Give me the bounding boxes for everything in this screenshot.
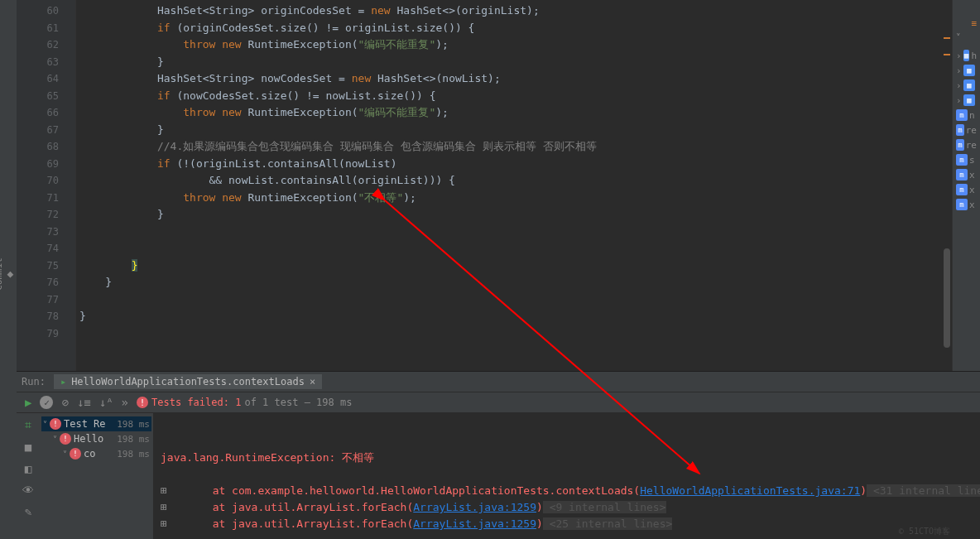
code-line[interactable]: [79, 240, 952, 257]
line-number: 79: [17, 325, 75, 343]
line-number: 73: [17, 224, 75, 241]
commit-icon[interactable]: ◆: [4, 267, 17, 280]
stop-icon[interactable]: ■: [25, 440, 31, 454]
scrollbar-thumb[interactable]: [944, 248, 950, 348]
line-number: 65: [17, 88, 75, 105]
code-line[interactable]: }: [79, 308, 952, 325]
rerun-icon[interactable]: ▶: [25, 396, 31, 409]
line-number: 61: [17, 20, 75, 37]
code-line[interactable]: [79, 291, 952, 309]
line-number: 64: [17, 70, 75, 88]
source-link[interactable]: ArrayList.java:1259: [413, 501, 536, 513]
test-tree-node[interactable]: ˅!co198 ms: [41, 446, 151, 461]
run-body: ⌗ ■ ◧ 👁 ✎ ˅!Test Re198 ms˅!Hello198 ms˅!…: [17, 413, 980, 539]
right-bar-item[interactable]: m x: [953, 197, 980, 212]
line-number: 66: [17, 104, 75, 122]
stack-trace-line: ⊞ at java.util.ArrayList.forEach(ArrayLi…: [161, 499, 973, 516]
pin-icon[interactable]: 👁: [22, 484, 34, 497]
code-line[interactable]: [79, 325, 952, 343]
code-area[interactable]: HashSet<String> originCodesSet = new Has…: [76, 0, 952, 371]
chevron-down-icon[interactable]: ˅: [953, 31, 980, 45]
right-bar-item[interactable]: m s: [953, 152, 980, 167]
code-line[interactable]: }: [79, 54, 952, 71]
source-link[interactable]: HelloWorldApplicationTests.java:71: [640, 484, 860, 497]
code-line[interactable]: //4.如果源编码集合包含现编码集合 现编码集合 包含源编码集合 则表示相等 否…: [79, 138, 952, 156]
line-number: 78: [17, 308, 75, 325]
run-header: Run: ▸ HelloWorldApplicationTests.contex…: [17, 372, 980, 392]
debug-icon[interactable]: ⌗: [25, 418, 31, 432]
run-tab-name: HelloWorldApplicationTests.contextLoads: [71, 376, 305, 387]
stack-trace-line: ⊞ at com.example.helloworld.HelloWorldAp…: [161, 483, 973, 499]
code-line[interactable]: if (originCodesSet.size() != originList.…: [79, 20, 952, 37]
exception-line: java.lang.RuntimeException: 不相等: [161, 450, 973, 466]
line-number: 63: [17, 54, 75, 71]
toggle-ignored-icon[interactable]: ⊘: [61, 396, 68, 409]
toggle-passed-icon[interactable]: ✓: [40, 396, 53, 409]
layout-icon[interactable]: ◧: [25, 462, 31, 475]
commit-tab[interactable]: Commit: [0, 257, 4, 291]
code-editor[interactable]: 6061626364656667686970717273747576777879…: [17, 0, 952, 371]
test-tree-node[interactable]: ˅!Test Re198 ms: [41, 416, 151, 431]
left-tool-window-bar: ◆ Commit ▤ Structure ★ Favorites ◐ JRebe…: [0, 0, 17, 539]
line-number: 75: [17, 257, 75, 275]
test-fail-badge: ! Tests failed: 1 of 1 test – 198 ms: [137, 397, 352, 408]
sort-alpha-icon[interactable]: ↓ᴬ: [99, 396, 113, 409]
code-line[interactable]: throw new RuntimeException("编码不能重复");: [79, 104, 952, 122]
run-panel: Run: ▸ HelloWorldApplicationTests.contex…: [17, 371, 980, 539]
line-number: 76: [17, 274, 75, 291]
right-bar-item[interactable]: m re: [953, 137, 980, 152]
line-gutter: 6061626364656667686970717273747576777879: [17, 0, 76, 371]
console-line: [161, 416, 973, 433]
line-number: 72: [17, 206, 75, 224]
line-number: 71: [17, 190, 75, 207]
right-bar-item[interactable]: › ▦: [953, 93, 980, 108]
fail-dot-icon: !: [137, 397, 148, 408]
error-stripe-mark[interactable]: [944, 54, 950, 55]
right-bar-item[interactable]: m n: [953, 108, 980, 123]
code-line[interactable]: HashSet<String> originCodesSet = new Has…: [79, 2, 952, 20]
right-bar-item[interactable]: m x: [953, 182, 980, 197]
code-line[interactable]: HashSet<String> nowCodesSet = new HashSe…: [79, 70, 952, 88]
close-icon[interactable]: ×: [310, 376, 315, 387]
line-number: 68: [17, 138, 75, 156]
line-number: 77: [17, 291, 75, 309]
run-config-tab[interactable]: ▸ HelloWorldApplicationTests.contextLoad…: [54, 374, 322, 389]
line-number: 62: [17, 36, 75, 54]
menu-icon[interactable]: ≡: [953, 17, 980, 31]
test-icon: ▸: [60, 376, 66, 387]
error-stripe-mark[interactable]: [944, 37, 950, 39]
code-line[interactable]: }: [79, 206, 952, 224]
code-line[interactable]: if (nowCodesSet.size() != nowList.size()…: [79, 88, 952, 105]
code-line[interactable]: }: [79, 274, 952, 291]
code-line[interactable]: if (!(originList.containsAll(nowList): [79, 156, 952, 173]
test-tree[interactable]: ˅!Test Re198 ms˅!Hello198 ms˅!co198 ms: [40, 413, 154, 539]
sort-icon[interactable]: ↓≡: [77, 396, 91, 409]
console-line: [161, 466, 973, 483]
right-bar-item[interactable]: m re: [953, 123, 980, 137]
editor-scrollbar[interactable]: [942, 0, 952, 371]
code-line[interactable]: }: [79, 122, 952, 139]
expand-icon[interactable]: ⊞: [161, 516, 172, 532]
console-output[interactable]: java.lang.RuntimeException: 不相等 ⊞ at com…: [154, 413, 980, 539]
line-number: 67: [17, 122, 75, 139]
expand-icon[interactable]: ⊞: [161, 499, 172, 516]
test-tree-node[interactable]: ˅!Hello198 ms: [41, 431, 151, 446]
source-link[interactable]: ArrayList.java:1259: [413, 517, 536, 530]
line-number: 70: [17, 172, 75, 190]
code-line[interactable]: throw new RuntimeException("不相等");: [79, 190, 952, 207]
stack-trace-line: ⊞ at java.util.ArrayList.forEach(ArrayLi…: [161, 516, 973, 532]
run-side-toolbar: ⌗ ■ ◧ 👁 ✎: [17, 413, 40, 539]
code-line[interactable]: [79, 224, 952, 241]
right-bar-item[interactable]: m x: [953, 167, 980, 182]
line-number: 69: [17, 156, 75, 173]
code-line[interactable]: && nowList.containsAll(originList))) {: [79, 172, 952, 190]
right-bar-item[interactable]: › ▦: [953, 78, 980, 93]
expand-icon[interactable]: ⊞: [161, 483, 172, 499]
expand-icon[interactable]: »: [122, 396, 128, 409]
settings-icon[interactable]: ✎: [25, 505, 31, 518]
code-line[interactable]: throw new RuntimeException("编码不能重复");: [79, 36, 952, 54]
right-bar-item[interactable]: › ▦: [953, 63, 980, 78]
run-toolbar: ▶ ✓ ⊘ ↓≡ ↓ᴬ » ! Tests failed: 1 of 1 tes…: [17, 392, 980, 413]
right-bar-item[interactable]: › ▦ h: [953, 48, 980, 63]
code-line[interactable]: }: [79, 257, 952, 275]
